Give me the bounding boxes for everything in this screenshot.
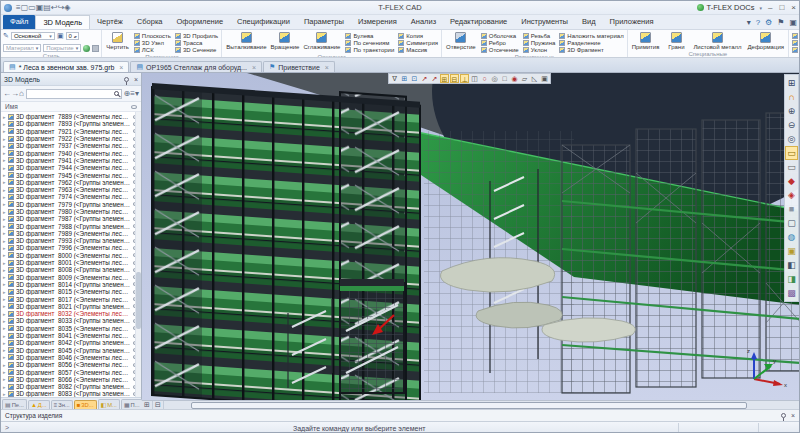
ribbon-tab[interactable]: Вид [575,15,603,29]
ribbon-item[interactable]: Резьба [523,32,556,39]
ribbon-big-button[interactable]: Деформация [745,31,786,51]
material-ball-icon[interactable] [83,45,90,52]
ribbon-item[interactable]: Разделение [559,39,623,46]
help-icon[interactable]: ? [756,18,760,27]
ribbon-tab[interactable]: Редактирование [443,15,514,29]
snap-grid-icon[interactable]: ⊞ [440,74,449,83]
document-tab[interactable]: ⚑ Приветствие × [263,61,335,72]
stamp-icon[interactable]: ◈ [64,3,70,12]
tree-item[interactable]: ▸ 3D фрагмент_7940 (<Элементы лесов>Сто.… [1,149,141,156]
tree-item[interactable]: ▸ 3D фрагмент_7944 (<Элементы лесов>Сто.… [1,164,141,171]
ribbon-item[interactable]: Размер [792,39,799,46]
tree-item[interactable]: ▸ 3D фрагмент_7921 (<Элементы лесов>Сто.… [1,128,141,135]
coating-swatch-icon[interactable] [92,45,99,52]
tree-item[interactable]: ▸ 3D фрагмент_8015 (<Элементы лесов>Кон.… [1,288,141,295]
material-view-icon[interactable]: ▣ [785,244,798,258]
pin-icon[interactable] [781,413,786,418]
hole-button[interactable]: Отверстие [444,31,478,54]
ribbon-big-button[interactable]: Листовой металл [691,31,743,51]
ribbon-item[interactable]: Проекция [792,32,799,39]
snap-normal-icon[interactable]: ⊥ [460,74,469,83]
shaded-view-icon[interactable]: ■ [785,202,798,216]
tree-item[interactable]: ▸ 3D фрагмент_8066 (<Элементы лесов>Тра.… [1,376,141,383]
ribbon-big-button[interactable]: Примитив [630,31,662,51]
ribbon-item[interactable]: По траектории [345,46,394,53]
viewport-hscrollbar[interactable]: ⊞⊟ [142,400,799,409]
tree-item[interactable]: ▸ 3D фрагмент_7974 (<Элементы лесов>Сто.… [1,193,141,200]
image-view-icon[interactable]: ▩ [785,286,798,300]
ribbon-tab[interactable]: Анализ [404,15,443,29]
ribbon-item[interactable]: Булева [345,32,394,39]
print-icon[interactable]: ▤ [43,3,51,12]
panel-tab[interactable]: ◧ М... [98,399,120,409]
material-combo[interactable]: Материал▾ [3,44,41,53]
ribbon-big-button[interactable]: Сглаживание [301,31,342,54]
clip-view-icon[interactable]: ◨ [785,272,798,286]
ribbon-item[interactable]: Копия [398,32,438,39]
open-icon[interactable]: ▭ [28,3,36,12]
tree-item[interactable]: ▸ 3D фрагмент_7987 (<Группы элементов>..… [1,215,141,222]
tree-item[interactable]: ▸ 3D фрагмент_7893 (<Группы элементов>..… [1,120,141,127]
window-button[interactable]: × [791,3,796,12]
ribbon-item[interactable]: ЛСК [134,46,171,53]
section-view-icon[interactable]: ◧ [785,258,798,272]
structure-close-icon[interactable]: × [791,412,795,419]
tree-item[interactable]: ▸ 3D фрагмент_8035 (<Элементы лесов>Сто.… [1,325,141,332]
close-tab-icon[interactable]: × [325,64,329,71]
flag-icon[interactable]: ⚑ [777,18,784,27]
settings-icon[interactable]: ⚙ [765,18,772,27]
tree-item[interactable]: ▸ 3D фрагмент_7963 (<Элементы лесов>Тра.… [1,186,141,193]
ribbon-item[interactable]: Трасса [175,39,218,46]
ribbon-tab[interactable]: Оформление [170,15,231,29]
style-combo[interactable]: Основной▾ [11,32,55,41]
arrow-ne-icon[interactable]: ↗ [420,74,429,83]
select-grid-icon[interactable]: ⊞ [400,74,409,83]
rotate-view-icon[interactable]: ◆ [785,174,798,188]
ribbon-tab[interactable]: Приложения [603,15,661,29]
tree-item[interactable]: ▸ 3D фрагмент_8057 (<Элементы лесов>Сто.… [1,368,141,375]
panel-tab[interactable]: ▦ П... [121,399,143,409]
undo-icon[interactable]: ↩ [51,3,58,12]
zoom-out-icon[interactable]: ⊖ [785,118,798,132]
select-plane-icon[interactable]: ▱ [520,74,529,83]
select-face-icon[interactable]: ◫ [470,74,479,83]
document-tab[interactable]: ▤ ОР1965 Стеллаж для оборуд... × [130,61,262,72]
ribbon-tab[interactable]: Файл [3,15,35,29]
ribbon-item[interactable]: Преобразование [792,46,799,53]
select-tri-icon[interactable]: ◺ [530,74,539,83]
tree-item[interactable]: ▸ 3D фрагмент_7989 (<Элементы лесов>Сто.… [1,230,141,237]
ribbon-item[interactable]: Массив [398,46,438,53]
window-button[interactable]: – [768,3,772,12]
tree-item[interactable]: ▸ 3D фрагмент_7889 (<Элементы лесов>Сто.… [1,113,141,120]
tree-item[interactable]: ▸ 3D фрагмент_7941 (<Элементы лесов>Сто.… [1,157,141,164]
ribbon-item[interactable]: Пружина [523,39,556,46]
tree-item[interactable]: ▸ 3D фрагмент_8033 (<Группы элементов>..… [1,317,141,324]
ribbon-tab[interactable]: Измерения [351,15,404,29]
tree-item[interactable]: ▸ 3D фрагмент_8046 (<Элементы лесов>Тра.… [1,354,141,361]
viewport[interactable]: x y z ∇⊞⊡↗↗⊞⊟⊥◫○◎□◉▱◺▣ ⊞∩⊕⊖◎▭▭◆◈■▢◍▣◧◨▩ … [142,73,799,409]
search-icon[interactable] [114,91,119,96]
ribbon-tab[interactable]: Сборка [130,15,170,29]
panel-close-icon[interactable]: × [134,76,138,83]
search-input[interactable] [29,91,114,97]
zoom-window-icon[interactable]: ◎ [785,132,798,146]
magnet-icon[interactable]: ∩ [785,90,798,104]
tree-item[interactable]: ▸ 3D фрагмент_8017 (<Элементы лесов>Сто.… [1,295,141,302]
tree-item[interactable]: ▸ 3D фрагмент_7988 (<Группы элементов>..… [1,222,141,229]
ribbon-tab[interactable]: 3D Модель [35,15,90,29]
ribbon-item[interactable]: По сечениям [345,39,394,46]
home-icon[interactable]: ⌂ [19,89,24,98]
tree-item[interactable]: ▸ 3D фрагмент_7962 (<Группы элементов>..… [1,179,141,186]
arrow-ne2-icon[interactable]: ↗ [430,74,439,83]
viewports-icon[interactable]: ⊞ [785,76,798,90]
tree-item[interactable]: ▸ 3D фрагмент_8082 (<Группы элементов>..… [1,383,141,390]
rotate-view2-icon[interactable]: ◈ [785,188,798,202]
tree-item[interactable]: ▸ 3D фрагмент_8001 (<Элементы лесов>Сто.… [1,259,141,266]
ribbon-item[interactable]: Уклон [523,46,556,53]
select-point-icon[interactable]: ◉ [510,74,519,83]
column-header-name[interactable]: Имя [5,103,18,110]
ribbon-item[interactable]: Отсечение [481,46,519,53]
tree-scrollbar[interactable] [135,112,141,397]
ribbon-tab[interactable]: Параметры [297,15,351,29]
dropdown-icon[interactable]: ▾ [747,18,751,27]
